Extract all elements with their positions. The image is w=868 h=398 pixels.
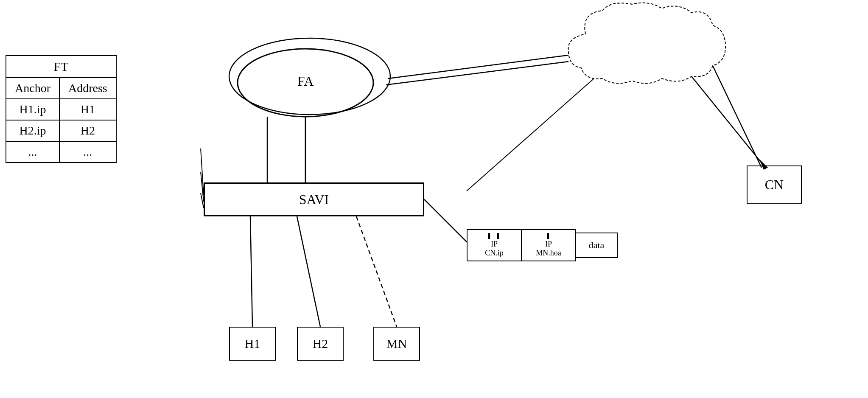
savi-to-mn-dashed	[356, 216, 397, 327]
fa-label: FA	[297, 73, 314, 89]
cloud-to-cn-1	[713, 66, 762, 168]
cloud-to-cn-2	[692, 76, 764, 165]
savi-to-packet	[424, 199, 467, 242]
savi-to-h2	[297, 216, 320, 327]
diagram-container: FT Anchor Address H1.ip H1 H2.ip H2 ... …	[0, 0, 868, 398]
diagram-svg: FA	[0, 0, 868, 398]
fa-to-cloud-line-1	[388, 55, 568, 78]
fa-to-cloud-line-2	[386, 62, 568, 85]
savi-to-h1	[250, 216, 252, 327]
cloud-to-savi	[467, 78, 594, 191]
cloud-shape	[568, 3, 726, 84]
arrow-to-cn	[759, 159, 768, 170]
